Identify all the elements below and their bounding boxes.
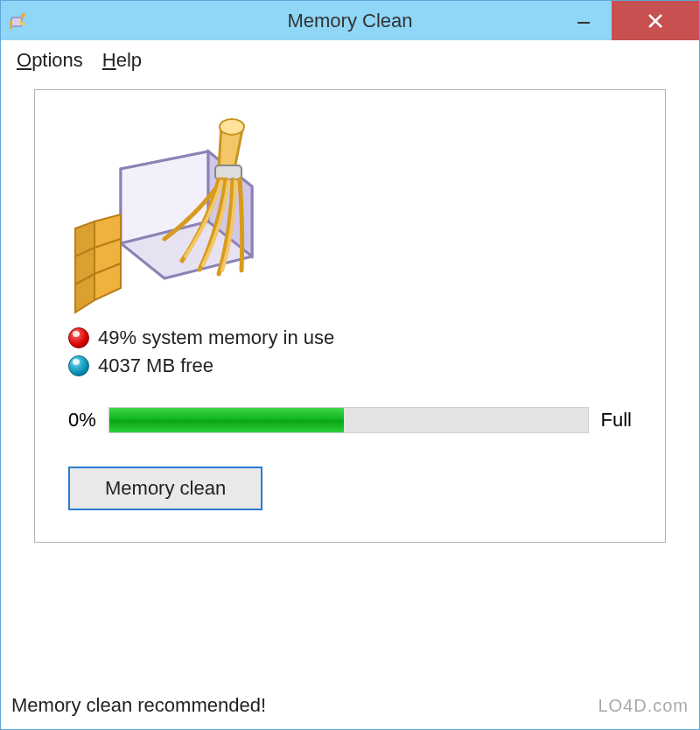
progress-left-label: 0%	[68, 409, 96, 432]
window-controls	[555, 1, 699, 40]
menu-help[interactable]: Help	[102, 49, 142, 72]
menu-options[interactable]: Options	[17, 49, 83, 72]
svg-point-6	[220, 119, 244, 135]
memory-in-use-label: 49% system memory in use	[98, 326, 334, 349]
content-area: 49% system memory in use 4037 MB free 0%…	[1, 79, 699, 729]
progress-fill	[109, 408, 344, 432]
svg-rect-2	[10, 25, 12, 29]
app-window: Memory Clean Options Help	[0, 0, 700, 730]
progress-row: 0% Full	[68, 407, 632, 433]
titlebar[interactable]: Memory Clean	[1, 1, 699, 40]
status-message: Memory clean recommended!	[11, 694, 266, 717]
main-panel: 49% system memory in use 4037 MB free 0%…	[34, 89, 666, 543]
memory-progress-bar	[108, 407, 589, 433]
menubar: Options Help	[1, 40, 699, 79]
close-button[interactable]	[612, 1, 699, 40]
memory-free-row: 4037 MB free	[68, 354, 640, 377]
blue-orb-icon	[68, 355, 89, 376]
watermark: LO4D.com	[598, 696, 689, 716]
statusbar: Memory clean recommended! LO4D.com	[1, 682, 699, 729]
minimize-button[interactable]	[555, 1, 612, 40]
app-icon	[8, 11, 29, 32]
memory-clean-button[interactable]: Memory clean	[68, 467, 262, 510]
progress-right-label: Full	[601, 409, 632, 432]
memory-in-use-row: 49% system memory in use	[68, 326, 640, 349]
red-orb-icon	[68, 327, 89, 348]
memory-free-label: 4037 MB free	[98, 354, 214, 377]
svg-rect-1	[10, 21, 12, 25]
memory-clean-hero-icon	[68, 116, 296, 318]
